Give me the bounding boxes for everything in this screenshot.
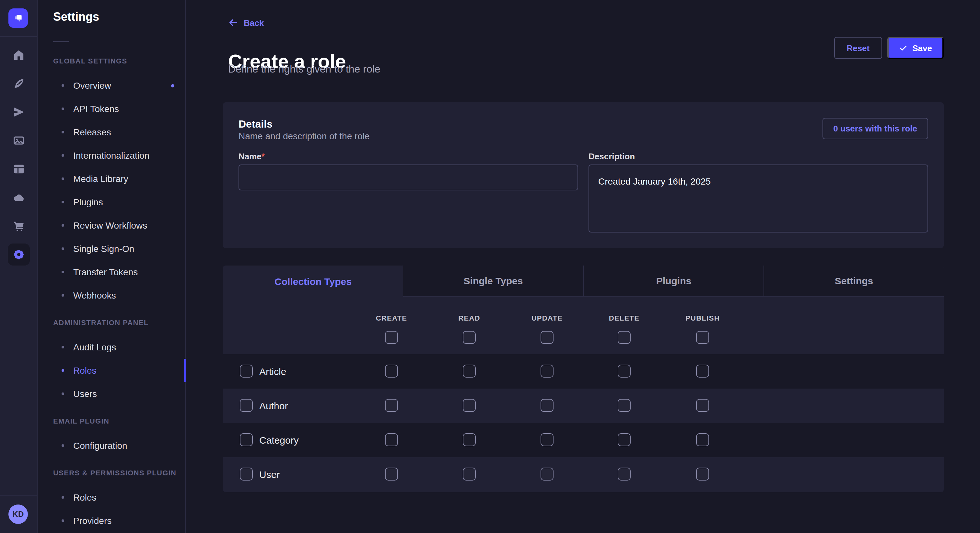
name-input[interactable] bbox=[239, 165, 578, 190]
cloud-icon[interactable] bbox=[0, 183, 37, 212]
sidebar-item-internationalization[interactable]: Internationalization bbox=[53, 144, 185, 167]
sidebar-item-api-tokens[interactable]: API Tokens bbox=[53, 97, 185, 121]
bullet-icon bbox=[62, 444, 64, 447]
sidebar-item-audit-logs[interactable]: Audit Logs bbox=[53, 335, 185, 359]
sidebar-item-roles-up[interactable]: Roles bbox=[53, 486, 185, 509]
sidebar-item-transfer-tokens[interactable]: Transfer Tokens bbox=[53, 260, 185, 284]
section-label-users-permissions-plugin: USERS & PERMISSIONS PLUGIN bbox=[53, 468, 185, 478]
update-checkbox[interactable] bbox=[541, 365, 554, 378]
sidebar-item-label: Internationalization bbox=[73, 150, 150, 160]
rail-divider bbox=[0, 36, 37, 37]
sidebar-item-webhooks[interactable]: Webhooks bbox=[53, 284, 185, 307]
publish-checkbox[interactable] bbox=[696, 399, 709, 412]
row-label: Category bbox=[259, 423, 299, 457]
sidebar-item-roles-admin[interactable]: Roles bbox=[53, 359, 185, 382]
bullet-icon bbox=[62, 154, 64, 157]
sidebar-item-label: Roles bbox=[73, 492, 97, 503]
publish-checkbox[interactable] bbox=[696, 433, 709, 446]
rail-bottom-divider bbox=[0, 495, 37, 496]
select-all-delete-checkbox[interactable] bbox=[618, 331, 631, 344]
select-all-read-checkbox[interactable] bbox=[463, 331, 476, 344]
sidebar-item-users[interactable]: Users bbox=[53, 382, 185, 405]
permissions-tabs: Collection Types Single Types Plugins Se… bbox=[223, 265, 944, 297]
select-all-create-checkbox[interactable] bbox=[385, 331, 398, 344]
sidebar-item-overview[interactable]: Overview bbox=[53, 74, 185, 97]
create-checkbox[interactable] bbox=[385, 399, 398, 412]
update-checkbox[interactable] bbox=[541, 399, 554, 412]
users-with-role-button[interactable]: 0 users with this role bbox=[822, 118, 928, 139]
column-header-update: UPDATE bbox=[531, 314, 563, 322]
check-icon bbox=[899, 44, 907, 52]
sidebar-item-plugins[interactable]: Plugins bbox=[53, 190, 185, 214]
permission-row-category: Category bbox=[223, 423, 944, 457]
permission-row-author: Author bbox=[223, 389, 944, 423]
publish-checkbox[interactable] bbox=[696, 365, 709, 378]
row-select-checkbox[interactable] bbox=[240, 468, 253, 481]
name-field-group: Name* bbox=[239, 152, 578, 190]
sidebar-item-providers[interactable]: Providers bbox=[53, 509, 185, 532]
marketplace-cart-icon[interactable] bbox=[0, 212, 37, 240]
content-type-builder-icon[interactable] bbox=[0, 155, 37, 183]
user-avatar[interactable]: KD bbox=[8, 504, 28, 524]
sidebar-item-media-library[interactable]: Media Library bbox=[53, 167, 185, 190]
settings-gear-icon[interactable] bbox=[0, 240, 37, 269]
sidebar-item-single-sign-on[interactable]: Single Sign-On bbox=[53, 237, 185, 260]
details-subheading: Name and description of the role bbox=[239, 131, 370, 141]
bullet-icon bbox=[62, 294, 64, 297]
delete-checkbox[interactable] bbox=[618, 468, 631, 481]
send-icon[interactable] bbox=[0, 98, 37, 126]
media-library-icon[interactable] bbox=[0, 126, 37, 155]
tab-collection-types[interactable]: Collection Types bbox=[223, 265, 403, 297]
create-checkbox[interactable] bbox=[385, 468, 398, 481]
update-checkbox[interactable] bbox=[541, 468, 554, 481]
select-all-publish-checkbox[interactable] bbox=[696, 331, 709, 344]
tab-settings[interactable]: Settings bbox=[764, 265, 944, 297]
main-nav-rail: KD bbox=[0, 0, 38, 533]
section-label-administration-panel: ADMINISTRATION PANEL bbox=[53, 317, 185, 328]
permissions-panel: Collection Types Single Types Plugins Se… bbox=[223, 265, 944, 492]
tab-plugins[interactable]: Plugins bbox=[583, 265, 764, 297]
bullet-icon bbox=[62, 108, 64, 110]
update-checkbox[interactable] bbox=[541, 433, 554, 446]
back-link[interactable]: Back bbox=[228, 17, 264, 28]
sidebar-item-label: Plugins bbox=[73, 197, 103, 207]
description-textarea[interactable]: Created January 16th, 2025 bbox=[589, 165, 928, 233]
permissions-header-row: CREATE READ UPDATE DELETE PUBLISH bbox=[223, 297, 944, 354]
create-checkbox[interactable] bbox=[385, 433, 398, 446]
read-checkbox[interactable] bbox=[463, 399, 476, 412]
details-card: Details Name and description of the role… bbox=[223, 102, 944, 248]
main-content: Back Create a role Define the rights giv… bbox=[187, 0, 980, 533]
tab-single-types[interactable]: Single Types bbox=[403, 265, 583, 297]
create-checkbox[interactable] bbox=[385, 365, 398, 378]
sidebar-item-review-workflows[interactable]: Review Workflows bbox=[53, 214, 185, 237]
delete-checkbox[interactable] bbox=[618, 399, 631, 412]
required-mark: * bbox=[261, 152, 265, 161]
sidebar-item-releases[interactable]: Releases bbox=[53, 121, 185, 144]
content-manager-icon[interactable] bbox=[0, 69, 37, 98]
row-select-checkbox[interactable] bbox=[240, 433, 253, 446]
bullet-icon bbox=[62, 178, 64, 180]
reset-button[interactable]: Reset bbox=[834, 37, 882, 59]
bullet-icon bbox=[62, 392, 64, 395]
delete-checkbox[interactable] bbox=[618, 433, 631, 446]
save-button[interactable]: Save bbox=[887, 37, 944, 59]
bullet-icon bbox=[62, 201, 64, 203]
read-checkbox[interactable] bbox=[463, 365, 476, 378]
row-select-checkbox[interactable] bbox=[240, 399, 253, 412]
row-select-checkbox[interactable] bbox=[240, 365, 253, 378]
read-checkbox[interactable] bbox=[463, 433, 476, 446]
sidebar-item-label: Overview bbox=[73, 80, 111, 90]
read-checkbox[interactable] bbox=[463, 468, 476, 481]
bullet-icon bbox=[62, 346, 64, 348]
delete-checkbox[interactable] bbox=[618, 365, 631, 378]
home-icon[interactable] bbox=[0, 41, 37, 69]
select-all-update-checkbox[interactable] bbox=[541, 331, 554, 344]
section-label-email-plugin: EMAIL PLUGIN bbox=[53, 416, 185, 426]
sidebar-item-configuration[interactable]: Configuration bbox=[53, 434, 185, 457]
strapi-logo-icon bbox=[11, 11, 25, 25]
strapi-admin-app: KD Settings GLOBAL SETTINGS Overview API… bbox=[0, 0, 980, 533]
strapi-logo[interactable] bbox=[8, 8, 28, 28]
publish-checkbox[interactable] bbox=[696, 468, 709, 481]
bullet-icon bbox=[62, 271, 64, 273]
sidebar-item-label: Roles bbox=[73, 365, 97, 376]
